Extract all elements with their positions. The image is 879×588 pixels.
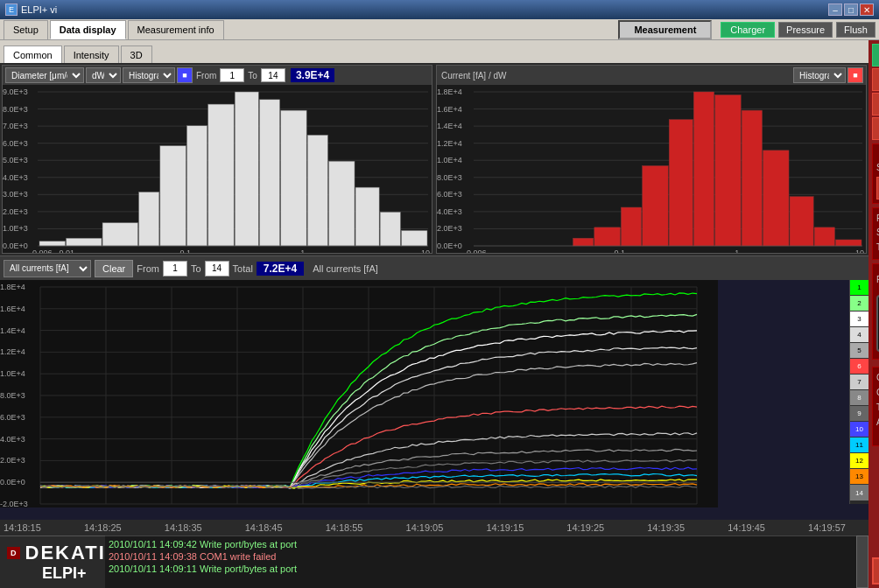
flush-top-button[interactable]: Flush <box>836 22 875 38</box>
subtab-bar: Common Intensity 3D <box>0 40 868 63</box>
subtab-intensity[interactable]: Intensity <box>64 46 119 63</box>
chart1-to-input[interactable] <box>261 68 285 82</box>
exit-button[interactable]: EXIT <box>872 557 879 584</box>
from-input[interactable] <box>163 261 187 276</box>
app-title: ELPI+ vi <box>21 4 57 15</box>
title-bar: E ELPI+ vi – □ ✕ <box>0 0 879 19</box>
clear-button[interactable]: Clear <box>95 260 133 277</box>
app-icon: E <box>5 4 18 16</box>
diameter-select[interactable]: Diameter [μm/cm³] <box>5 67 84 83</box>
dekati-footer: D DEKATI ELPI+ <box>0 536 105 588</box>
histogram-select-2[interactable]: Histogram <box>793 67 846 83</box>
charge-meas-button[interactable]: Charge meas <box>872 117 879 140</box>
x-axis-labels: 14:18:15 14:18:25 14:18:35 14:18:45 14:1… <box>0 520 868 536</box>
minimize-button[interactable]: – <box>828 4 842 16</box>
tab-measurement-info[interactable]: Measurement info <box>128 20 224 39</box>
dekati-text: DEKATI <box>25 542 106 564</box>
all-currents-select[interactable]: All currents [fA] <box>4 260 91 277</box>
total-value-display: 7.2E+4 <box>257 262 304 276</box>
histogram-canvas-2 <box>437 85 866 253</box>
window-controls: – □ ✕ <box>828 4 874 16</box>
time-series-canvas <box>0 280 718 508</box>
log-panel: 2010/10/11 14:09:42 Write port/bytes at … <box>105 536 856 588</box>
chart1-peak-value: 3.9E+4 <box>291 68 334 82</box>
histogram-chart-1: Diameter [μm/cm³] dW Histogram ■ From To… <box>2 65 432 254</box>
to-input[interactable] <box>205 261 229 276</box>
histogram-canvas-1 <box>3 85 432 253</box>
histogram-select-1[interactable]: Histogram <box>123 67 175 83</box>
chart-legend: 1 2 3 4 5 6 7 8 9 10 11 12 13 <box>849 280 868 504</box>
subtab-3d[interactable]: 3D <box>121 46 152 63</box>
log-scrollbar[interactable] <box>856 536 868 588</box>
pressure-top-button[interactable]: Pressure <box>778 22 833 38</box>
maximize-button[interactable]: □ <box>844 4 858 16</box>
log-line-2: 2010/10/11 14:09:38 COM1 write failed <box>109 550 853 563</box>
saving-section: Saving Data Save [s] New File <box>872 144 879 204</box>
tab-data-display[interactable]: Data display <box>50 20 126 39</box>
log-line-1: 2010/10/11 14:09:42 Write port/bytes at … <box>109 538 853 550</box>
tab-setup[interactable]: Setup <box>4 20 48 39</box>
flush-button[interactable]: Flush <box>872 68 879 91</box>
menu-bar: Setup Data display Measurement info Meas… <box>0 19 879 40</box>
chart1-from-input[interactable] <box>220 68 244 82</box>
elpi-text: ELPI+ <box>42 564 87 583</box>
bottom-toolbar: All currents [fA] Clear From To Total 7.… <box>0 256 868 280</box>
histogram-chart-2: Current [fA] / dW Histogram ■ <box>436 65 867 254</box>
dw-select[interactable]: dW <box>86 67 121 83</box>
measurement-display: Measurement <box>618 20 712 39</box>
chart1-color-btn[interactable]: ■ <box>177 67 193 83</box>
subtab-common[interactable]: Common <box>4 46 62 63</box>
log-line-3: 2010/10/11 14:09:11 Write port/bytes at … <box>109 563 853 575</box>
charger-top-button[interactable]: Charger <box>721 22 775 38</box>
close-button[interactable]: ✕ <box>860 4 874 16</box>
charger-info-section: Charger U [kV] 3.6 Charger I [uA] 1.0 Tr… <box>872 367 879 446</box>
chart2-color-btn[interactable]: ■ <box>847 67 863 83</box>
charger-button[interactable]: Charger <box>872 44 879 66</box>
pressure-section: Pressure [mbar] 39 0 20 40 60 80 <box>872 263 879 360</box>
file-info-section: File elpiplus.dat Saved 2 Time 14:19:56 <box>872 207 879 260</box>
right-panel: Charger Flush Zero Charge meas Saving Da… <box>868 40 879 588</box>
zero-button[interactable]: Zero <box>872 93 879 116</box>
